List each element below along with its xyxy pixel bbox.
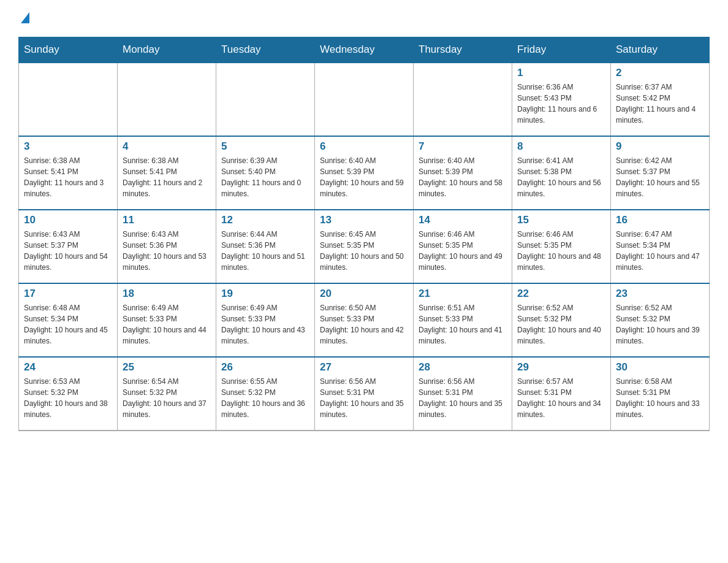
weekday-header-sunday: Sunday: [19, 37, 118, 63]
page-header: [18, 12, 710, 25]
day-info: Sunrise: 6:51 AM Sunset: 5:33 PM Dayligh…: [419, 302, 507, 347]
day-number: 10: [24, 214, 112, 226]
day-number: 19: [221, 288, 309, 300]
week-row-5: 24Sunrise: 6:53 AM Sunset: 5:32 PM Dayli…: [19, 357, 710, 431]
calendar-cell: 6Sunrise: 6:40 AM Sunset: 5:39 PM Daylig…: [315, 136, 414, 210]
weekday-header-thursday: Thursday: [414, 37, 512, 63]
calendar-cell: 2Sunrise: 6:37 AM Sunset: 5:42 PM Daylig…: [611, 63, 710, 136]
day-info: Sunrise: 6:52 AM Sunset: 5:32 PM Dayligh…: [616, 302, 704, 347]
day-info: Sunrise: 6:40 AM Sunset: 5:39 PM Dayligh…: [419, 155, 507, 199]
day-info: Sunrise: 6:38 AM Sunset: 5:41 PM Dayligh…: [123, 155, 211, 199]
calendar-cell: [216, 63, 315, 136]
day-info: Sunrise: 6:44 AM Sunset: 5:36 PM Dayligh…: [221, 229, 309, 273]
day-info: Sunrise: 6:43 AM Sunset: 5:37 PM Dayligh…: [24, 229, 112, 273]
day-info: Sunrise: 6:54 AM Sunset: 5:32 PM Dayligh…: [123, 376, 211, 420]
day-number: 23: [616, 288, 704, 300]
day-info: Sunrise: 6:56 AM Sunset: 5:31 PM Dayligh…: [320, 376, 408, 420]
day-info: Sunrise: 6:49 AM Sunset: 5:33 PM Dayligh…: [123, 302, 211, 347]
calendar-cell: 29Sunrise: 6:57 AM Sunset: 5:31 PM Dayli…: [512, 357, 611, 431]
day-number: 18: [123, 288, 211, 300]
day-info: Sunrise: 6:53 AM Sunset: 5:32 PM Dayligh…: [24, 376, 112, 420]
day-info: Sunrise: 6:56 AM Sunset: 5:31 PM Dayligh…: [419, 376, 507, 420]
calendar-cell: 27Sunrise: 6:56 AM Sunset: 5:31 PM Dayli…: [315, 357, 414, 431]
day-number: 15: [517, 214, 605, 226]
calendar-cell: 17Sunrise: 6:48 AM Sunset: 5:34 PM Dayli…: [19, 283, 118, 357]
day-info: Sunrise: 6:52 AM Sunset: 5:32 PM Dayligh…: [517, 302, 605, 347]
day-number: 28: [419, 361, 507, 373]
week-row-1: 1Sunrise: 6:36 AM Sunset: 5:43 PM Daylig…: [19, 63, 710, 136]
day-info: Sunrise: 6:36 AM Sunset: 5:43 PM Dayligh…: [517, 82, 605, 126]
calendar-cell: 8Sunrise: 6:41 AM Sunset: 5:38 PM Daylig…: [512, 136, 611, 210]
calendar-cell: 11Sunrise: 6:43 AM Sunset: 5:36 PM Dayli…: [118, 210, 216, 283]
day-number: 16: [616, 214, 704, 226]
day-number: 22: [517, 288, 605, 300]
day-number: 1: [517, 67, 605, 79]
day-info: Sunrise: 6:38 AM Sunset: 5:41 PM Dayligh…: [24, 155, 112, 199]
day-info: Sunrise: 6:55 AM Sunset: 5:32 PM Dayligh…: [221, 376, 309, 420]
day-info: Sunrise: 6:57 AM Sunset: 5:31 PM Dayligh…: [517, 376, 605, 420]
day-info: Sunrise: 6:47 AM Sunset: 5:34 PM Dayligh…: [616, 229, 704, 273]
day-info: Sunrise: 6:50 AM Sunset: 5:33 PM Dayligh…: [320, 302, 408, 347]
day-number: 29: [517, 361, 605, 373]
calendar-cell: 14Sunrise: 6:46 AM Sunset: 5:35 PM Dayli…: [414, 210, 512, 283]
calendar-cell: 7Sunrise: 6:40 AM Sunset: 5:39 PM Daylig…: [414, 136, 512, 210]
calendar-cell: 24Sunrise: 6:53 AM Sunset: 5:32 PM Dayli…: [19, 357, 118, 431]
calendar-cell: 12Sunrise: 6:44 AM Sunset: 5:36 PM Dayli…: [216, 210, 315, 283]
calendar-cell: 28Sunrise: 6:56 AM Sunset: 5:31 PM Dayli…: [414, 357, 512, 431]
day-info: Sunrise: 6:43 AM Sunset: 5:36 PM Dayligh…: [123, 229, 211, 273]
day-number: 12: [221, 214, 309, 226]
calendar-cell: 23Sunrise: 6:52 AM Sunset: 5:32 PM Dayli…: [611, 283, 710, 357]
week-row-3: 10Sunrise: 6:43 AM Sunset: 5:37 PM Dayli…: [19, 210, 710, 283]
calendar-cell: 26Sunrise: 6:55 AM Sunset: 5:32 PM Dayli…: [216, 357, 315, 431]
calendar-cell: 3Sunrise: 6:38 AM Sunset: 5:41 PM Daylig…: [19, 136, 118, 210]
day-info: Sunrise: 6:58 AM Sunset: 5:31 PM Dayligh…: [616, 376, 704, 420]
day-number: 11: [123, 214, 211, 226]
calendar-cell: 30Sunrise: 6:58 AM Sunset: 5:31 PM Dayli…: [611, 357, 710, 431]
calendar-cell: 4Sunrise: 6:38 AM Sunset: 5:41 PM Daylig…: [118, 136, 216, 210]
day-number: 6: [320, 140, 408, 153]
calendar-cell: [315, 63, 414, 136]
weekday-header-monday: Monday: [118, 37, 216, 63]
calendar-cell: 25Sunrise: 6:54 AM Sunset: 5:32 PM Dayli…: [118, 357, 216, 431]
day-number: 5: [221, 140, 309, 153]
calendar-cell: 9Sunrise: 6:42 AM Sunset: 5:37 PM Daylig…: [611, 136, 710, 210]
calendar-cell: 5Sunrise: 6:39 AM Sunset: 5:40 PM Daylig…: [216, 136, 315, 210]
logo-triangle-icon: [21, 12, 29, 23]
calendar-cell: 20Sunrise: 6:50 AM Sunset: 5:33 PM Dayli…: [315, 283, 414, 357]
day-number: 14: [419, 214, 507, 226]
day-number: 2: [616, 67, 704, 79]
day-number: 7: [419, 140, 507, 153]
day-number: 8: [517, 140, 605, 153]
weekday-header-row: SundayMondayTuesdayWednesdayThursdayFrid…: [19, 37, 710, 63]
day-info: Sunrise: 6:48 AM Sunset: 5:34 PM Dayligh…: [24, 302, 112, 347]
day-number: 27: [320, 361, 408, 373]
day-info: Sunrise: 6:46 AM Sunset: 5:35 PM Dayligh…: [517, 229, 605, 273]
day-number: 20: [320, 288, 408, 300]
calendar-cell: 21Sunrise: 6:51 AM Sunset: 5:33 PM Dayli…: [414, 283, 512, 357]
day-info: Sunrise: 6:40 AM Sunset: 5:39 PM Dayligh…: [320, 155, 408, 199]
calendar-cell: 19Sunrise: 6:49 AM Sunset: 5:33 PM Dayli…: [216, 283, 315, 357]
day-number: 17: [24, 288, 112, 300]
calendar-cell: [118, 63, 216, 136]
weekday-header-saturday: Saturday: [611, 37, 710, 63]
weekday-header-wednesday: Wednesday: [315, 37, 414, 63]
day-number: 21: [419, 288, 507, 300]
week-row-2: 3Sunrise: 6:38 AM Sunset: 5:41 PM Daylig…: [19, 136, 710, 210]
weekday-header-tuesday: Tuesday: [216, 37, 315, 63]
day-number: 26: [221, 361, 309, 373]
day-number: 13: [320, 214, 408, 226]
calendar-cell: 18Sunrise: 6:49 AM Sunset: 5:33 PM Dayli…: [118, 283, 216, 357]
calendar-table: SundayMondayTuesdayWednesdayThursdayFrid…: [18, 37, 710, 431]
day-info: Sunrise: 6:45 AM Sunset: 5:35 PM Dayligh…: [320, 229, 408, 273]
calendar-cell: 13Sunrise: 6:45 AM Sunset: 5:35 PM Dayli…: [315, 210, 414, 283]
day-info: Sunrise: 6:49 AM Sunset: 5:33 PM Dayligh…: [221, 302, 309, 347]
calendar-cell: 22Sunrise: 6:52 AM Sunset: 5:32 PM Dayli…: [512, 283, 611, 357]
calendar-cell: 10Sunrise: 6:43 AM Sunset: 5:37 PM Dayli…: [19, 210, 118, 283]
day-info: Sunrise: 6:46 AM Sunset: 5:35 PM Dayligh…: [419, 229, 507, 273]
calendar-cell: [19, 63, 118, 136]
calendar-cell: 16Sunrise: 6:47 AM Sunset: 5:34 PM Dayli…: [611, 210, 710, 283]
day-info: Sunrise: 6:39 AM Sunset: 5:40 PM Dayligh…: [221, 155, 309, 199]
day-number: 3: [24, 140, 112, 153]
weekday-header-friday: Friday: [512, 37, 611, 63]
calendar-cell: [414, 63, 512, 136]
